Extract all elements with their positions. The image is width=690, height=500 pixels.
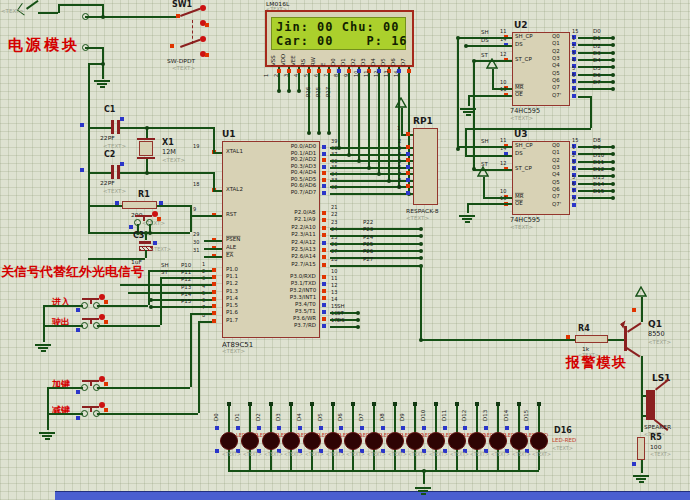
led[interactable]	[386, 432, 404, 450]
wire	[43, 305, 75, 307]
wire	[318, 77, 320, 132]
wire	[468, 95, 512, 97]
push-button[interactable]	[75, 403, 109, 417]
net-terminal	[331, 402, 335, 406]
pin-name: SH_CP	[515, 34, 533, 40]
resistor-r4[interactable]	[575, 335, 608, 343]
pin-number: 31	[193, 248, 199, 253]
lcd-pin-name: RS	[301, 59, 307, 66]
ground-line	[39, 432, 55, 434]
power-terminal-icon	[477, 166, 489, 177]
net-terminal	[496, 402, 500, 406]
junction-dot	[419, 338, 423, 342]
placeholder-text: <TEXT>	[388, 452, 407, 457]
led[interactable]	[262, 432, 280, 450]
pin-name: P1.2	[226, 281, 238, 287]
led[interactable]	[220, 432, 238, 450]
junction-dot	[367, 166, 371, 170]
transistor-q1[interactable]	[620, 318, 646, 358]
net-terminal	[351, 402, 355, 406]
net-label: D6	[593, 73, 601, 79]
wire	[518, 404, 520, 432]
wire	[190, 205, 192, 232]
sw-dpdt-switch[interactable]	[165, 1, 213, 63]
wire	[358, 77, 360, 160]
pin-name: P2.7/A15	[291, 262, 316, 268]
wire	[88, 127, 111, 129]
led[interactable]	[530, 432, 548, 450]
transistor-part: 8550	[648, 331, 665, 338]
led[interactable]	[303, 432, 321, 450]
crystal-x1[interactable]	[139, 141, 153, 156]
pin-number: 1	[572, 36, 575, 41]
pin-marker	[80, 168, 84, 172]
net-label: D8	[593, 138, 601, 144]
led[interactable]	[448, 432, 466, 450]
junction-dot	[456, 147, 460, 151]
pin-number: 6	[398, 165, 401, 170]
wire	[120, 284, 212, 286]
led[interactable]	[406, 432, 424, 450]
placeholder-text: <TEXT>	[103, 189, 126, 195]
led[interactable]	[489, 432, 507, 450]
led-part: LED-RED	[552, 438, 576, 444]
pin-name: Q3	[552, 165, 560, 171]
window-bottom-scrollbar[interactable]	[55, 491, 690, 500]
pin-marker	[407, 69, 411, 73]
pin-marker	[212, 275, 216, 279]
pin-number: 14	[331, 297, 337, 302]
net-label: P11	[181, 270, 191, 276]
speaker-ls1[interactable]	[644, 386, 668, 424]
pin-name: Q2	[552, 158, 560, 164]
net-label: SH	[337, 304, 345, 310]
push-button[interactable]	[75, 295, 109, 309]
resistor-r1[interactable]	[122, 201, 157, 209]
led[interactable]	[468, 432, 486, 450]
pin-name: DS	[515, 151, 523, 157]
wire	[590, 96, 592, 128]
junction-dot	[357, 159, 361, 163]
net-label: P26	[363, 249, 373, 255]
pin-name: EA	[226, 253, 233, 259]
placeholder-text: <TEXT>	[512, 452, 531, 457]
push-button[interactable]	[75, 377, 109, 391]
ground-line	[418, 490, 428, 492]
cap-plate	[139, 241, 151, 244]
pin-number: 5	[572, 175, 575, 180]
pin-marker	[297, 69, 301, 73]
pin-name: XTAL2	[226, 187, 243, 193]
power-terminal-icon	[486, 58, 498, 69]
pin-name: P3.0/RXD	[290, 274, 316, 280]
pin-number: 9	[572, 88, 575, 93]
lcd-pin-name: D0	[331, 58, 337, 66]
led[interactable]	[365, 432, 383, 450]
ground-line	[462, 218, 472, 220]
pin-marker	[632, 308, 636, 312]
led[interactable]	[344, 432, 362, 450]
led-net-label: D14	[504, 410, 510, 421]
respack-rp1[interactable]	[413, 128, 438, 205]
terminal-post[interactable]	[82, 13, 89, 20]
terminal-post[interactable]	[82, 44, 89, 51]
pin-marker	[159, 201, 163, 205]
mcu-part: AT89C51	[222, 341, 253, 348]
led[interactable]	[241, 432, 259, 450]
pin-marker	[322, 248, 326, 252]
junction-dot	[611, 189, 615, 193]
pin-number: 7	[398, 172, 401, 177]
led[interactable]	[427, 432, 445, 450]
pin-number: 15	[572, 29, 578, 34]
net-label: D11	[593, 160, 604, 166]
led[interactable]	[282, 432, 300, 450]
pin-marker	[406, 191, 410, 195]
led[interactable]	[510, 432, 528, 450]
led[interactable]	[324, 432, 342, 450]
pin-marker	[212, 282, 216, 286]
pin-number: 6	[572, 182, 575, 187]
junction-dot	[356, 325, 360, 329]
net-label: P23	[363, 227, 373, 233]
push-button[interactable]	[75, 315, 109, 329]
reset-button[interactable]	[128, 213, 162, 226]
resistor-r5[interactable]	[637, 437, 645, 460]
pin-name: P2.6/A14	[291, 254, 316, 260]
